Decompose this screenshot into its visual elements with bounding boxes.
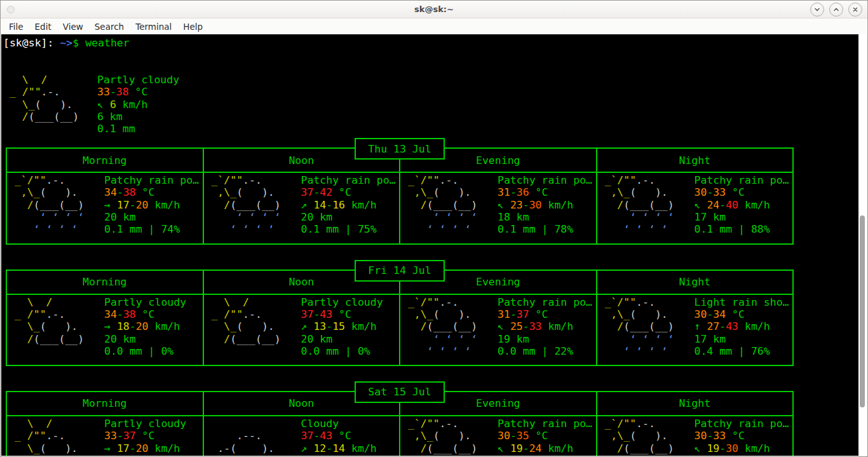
text-segment: (___.__)__) [205,454,281,456]
text-segment: ‘ ‘ ‘ ‘ [599,345,668,357]
minimize-button[interactable] [810,3,824,17]
text-segment: .-. [440,174,459,186]
text-segment: 0.1 mm [97,123,135,135]
weather-art-partly_cloudy: \ / _ /"".-. \_( ). /(___(__) [205,296,301,358]
text-segment: ↗ [301,199,314,211]
text-segment: (___(__) [623,442,674,454]
close-button[interactable] [848,3,862,17]
art-line: /(___(__) [599,199,695,211]
text-segment: 34 [713,308,726,320]
text-segment: Patchy rain po… [104,174,199,186]
text-segment: ‘ ‘ ‘ ‘ [205,223,275,235]
art-line: ,\_( ). [599,430,695,442]
text-segment: weather [85,37,130,49]
art-line: _`/"".-. [402,174,498,186]
art-line: _ /"".-. [205,308,301,320]
text-segment: 37 [517,308,529,320]
blank-line [3,62,858,74]
art-line [8,345,104,357]
text-segment: _`/"" [8,174,46,186]
text-segment: Patchy rain po… [301,174,396,186]
text-segment: _`/"" [599,174,637,186]
text-segment: _ /"" [205,308,243,320]
text-segment: °C [136,186,155,198]
text-segment: ~> [60,37,72,49]
text-segment: km/h [738,320,770,332]
text-segment: km/h [345,442,377,454]
detail-line: 31-36 °C [498,186,596,198]
text-segment: ↗ [301,320,314,332]
weather-art-partly_cloudy: \ / _ /"".-. \_( ). /(___(__) [8,296,104,358]
terminal[interactable]: [sk@sk]: ~>$ weather Weather report: Lat… [1,34,858,456]
art-line: /(___(__) [3,111,97,123]
text-segment: 19 [510,442,523,454]
text-segment: km/h [738,199,770,211]
text-segment: → [104,199,117,211]
text-segment: - [326,199,332,211]
titlebar[interactable]: sk@sk:~ [1,1,867,18]
maximize-button[interactable] [829,3,843,17]
menu-view[interactable]: View [57,20,89,34]
detail-line: 0.0 mm | 0% [104,345,203,357]
text-segment: - [523,199,529,211]
text-segment: Patchy rain po… [695,418,789,430]
text-segment: ‘ ‘ ‘ ‘ [599,454,674,456]
detail-line: → 18-20 km/h [104,320,203,332]
detail-line: ↗ 12-14 km/h [301,442,400,454]
weather-art-patchy_rain: _`/"".-. ,\_( ). /(___(__) ‘ ‘ ‘ ‘ ‘ ‘ ‘… [599,418,695,456]
text-segment: .-. [46,430,65,442]
text-segment: / [8,333,34,345]
detail-line: 0.4 mm | 76% [695,345,793,357]
art-line: _`/"".-. [599,296,695,308]
menubar: FileEditViewSearchTerminalHelp [1,18,867,34]
detail-line: Patchy rain po… [104,174,203,186]
detail-line: 0.1 mm [97,123,858,135]
text-segment: (___(__) [29,111,79,123]
detail-line: Cloudy [301,418,400,430]
text-segment: 0.0 mm | 22% [498,345,573,357]
text-segment: ( ). [40,186,78,198]
text-segment: - [117,430,123,442]
detail-line: 20 km [104,333,203,345]
text-segment: .-. [243,308,262,320]
scrollbar[interactable] [858,34,867,456]
text-segment: 0.1 mm | 74% [104,223,180,235]
weather-details: Patchy rain po…31-36 °C↖ 23-30 km/h18 km… [498,174,596,236]
detail-line: Light rain sho… [695,296,793,308]
menu-help[interactable]: Help [177,20,208,34]
forecast-day: MorningNoonEveningNight \ / _ /"".-. \_(… [6,391,794,456]
detail-line: 0.1 mm | 88% [695,223,793,235]
text-segment: / [402,199,427,211]
text-segment: _ /"" [3,86,41,98]
text-segment: 14 [313,199,326,211]
detail-line: ↑ 27-43 km/h [695,320,793,332]
text-segment: 33 [713,430,726,442]
detail-line: 20 km [301,333,400,345]
art-line: _`/"".-. [402,418,498,430]
text-segment: °C [726,430,745,442]
text-segment: Patchy rain po… [498,296,592,308]
text-segment: ↖ [695,442,707,454]
forecast-date-box: Thu 13 Jul [355,138,445,160]
scrollbar-thumb[interactable] [860,215,865,407]
menu-file[interactable]: File [3,20,29,34]
text-segment: 37 [301,308,314,320]
menu-edit[interactable]: Edit [29,20,57,34]
text-segment: - [707,186,713,198]
weather-art-patchy_rain: _`/"".-. ,\_( ). /(___(__) ‘ ‘ ‘ ‘ ‘ ‘ ‘… [8,174,104,236]
art-line: ‘ ‘ ‘ ‘ [599,345,695,357]
text-segment: Cloudy [301,418,339,430]
art-line: (___.__)__) [205,454,301,456]
text-segment: ( ). [630,186,668,198]
art-line: _ /"".-. [8,430,104,442]
art-line: /(___(__) [8,454,104,456]
text-segment: Partly cloudy [104,418,186,430]
text-segment: / [402,442,427,454]
text-segment: ,\_ [402,308,433,320]
menu-search[interactable]: Search [89,20,130,34]
weather-details: Partly cloudy33-38 °C↖ 6 km/h6 km0.1 mm [97,74,858,135]
text-segment: °C [136,430,155,442]
art-line: _`/"".-. [599,174,695,186]
menu-terminal[interactable]: Terminal [130,20,177,34]
text-segment: 6 km [97,111,123,123]
